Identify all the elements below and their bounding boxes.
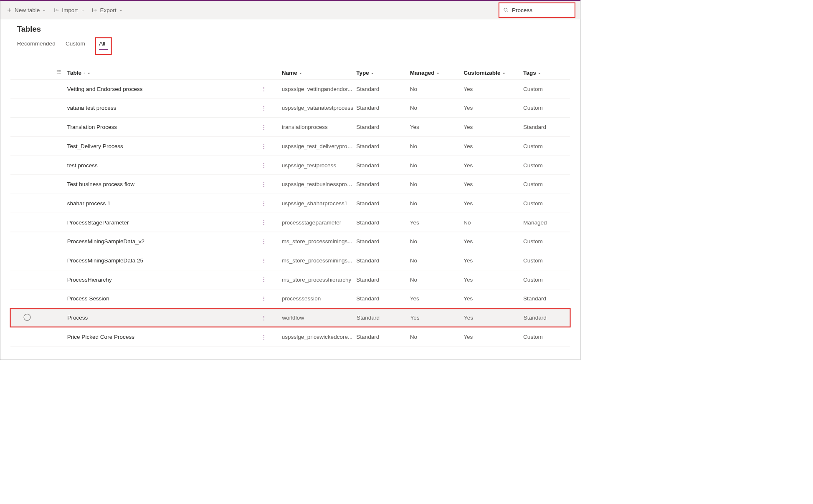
table-row[interactable]: Process⋮workflowStandardYesYesStandard [10, 308, 571, 328]
tables-grid: Table ↓ ⌄ Name ⌄ Type ⌄ Managed ⌄ Custom… [10, 66, 570, 347]
cell-type: Standard [356, 219, 410, 226]
cell-type: Standard [356, 181, 410, 188]
cell-table[interactable]: ProcessStageParameter [67, 219, 261, 226]
table-row[interactable]: ProcessStageParameter⋮processstageparame… [10, 213, 570, 232]
cell-name: ms_store_processminings... [282, 257, 357, 264]
cell-table[interactable]: ProcessMiningSampleData 25 [67, 257, 261, 264]
cell-type: Standard [356, 124, 410, 131]
export-button[interactable]: Export ⌄ [91, 5, 124, 15]
cell-type: Standard [356, 143, 410, 149]
cell-table[interactable]: ProcessMiningSampleData_v2 [67, 238, 261, 245]
search-box[interactable]: ✕ [499, 3, 575, 18]
cell-table[interactable]: shahar process 1 [67, 200, 261, 207]
tab-custom[interactable]: Custom [66, 39, 85, 51]
row-more-menu[interactable]: ⋮ [261, 276, 267, 283]
new-table-button[interactable]: New table ⌄ [5, 5, 47, 15]
cell-tags: Standard [524, 315, 570, 321]
cell-name: processstageparameter [282, 219, 357, 226]
tab-all[interactable]: All [99, 39, 108, 53]
row-more-menu[interactable]: ⋮ [261, 86, 267, 93]
row-more-menu[interactable]: ⋮ [261, 333, 267, 340]
row-more-menu[interactable]: ⋮ [261, 181, 267, 188]
table-row[interactable]: Translation Process⋮translationprocessSt… [10, 118, 570, 137]
cell-managed: No [410, 238, 464, 245]
table-row[interactable]: vatana test process⋮uspsslge_vatanatestp… [10, 98, 570, 118]
row-more-menu[interactable]: ⋮ [261, 257, 267, 264]
row-more-menu[interactable]: ⋮ [261, 219, 267, 226]
row-more-menu[interactable]: ⋮ [261, 295, 267, 302]
cell-table[interactable]: vatana test process [67, 105, 261, 111]
col-header-customizable[interactable]: Customizable ⌄ [463, 69, 523, 76]
cell-table[interactable]: Process Session [67, 295, 261, 302]
cell-table[interactable]: Process [67, 315, 261, 321]
cell-managed: No [410, 200, 464, 207]
tab-recommended[interactable]: Recommended [17, 39, 56, 51]
cell-table[interactable]: Test business process flow [67, 181, 261, 188]
radio-icon [23, 313, 30, 320]
hierarchy-toggle-icon[interactable] [56, 69, 67, 76]
table-row[interactable]: ProcessMiningSampleData 25⋮ms_store_proc… [10, 251, 570, 270]
col-header-table[interactable]: Table ↓ ⌄ [67, 69, 261, 76]
cell-managed: No [410, 86, 464, 92]
cell-customizable: Yes [463, 238, 523, 245]
table-row[interactable]: test process⋮uspsslge_testprocessStandar… [10, 156, 570, 175]
import-button[interactable]: Import ⌄ [52, 5, 85, 15]
row-selector[interactable] [23, 313, 30, 322]
cell-customizable: Yes [463, 86, 523, 92]
grid-header: Table ↓ ⌄ Name ⌄ Type ⌄ Managed ⌄ Custom… [10, 66, 570, 80]
cell-table[interactable]: Price Picked Core Process [67, 333, 261, 340]
tab-all-label: All [99, 40, 105, 47]
cell-tags: Custom [523, 238, 570, 245]
cell-tags: Custom [523, 105, 570, 111]
plus-icon [6, 7, 12, 13]
cell-table[interactable]: Test_Delivery Process [67, 143, 261, 149]
cell-table[interactable]: test process [67, 162, 261, 169]
cell-managed: Yes [410, 219, 464, 226]
row-more-menu[interactable]: ⋮ [261, 161, 267, 169]
export-label: Export [100, 7, 116, 13]
row-more-menu[interactable]: ⋮ [261, 314, 267, 321]
cell-managed: No [410, 181, 464, 188]
cell-customizable: Yes [463, 181, 523, 188]
col-header-type[interactable]: Type ⌄ [356, 69, 410, 76]
row-more-menu[interactable]: ⋮ [261, 143, 267, 150]
cell-table[interactable]: ProcessHierarchy [67, 276, 261, 283]
cell-customizable: Yes [463, 276, 523, 283]
col-header-name[interactable]: Name ⌄ [282, 69, 357, 76]
cell-customizable: No [463, 219, 523, 226]
page-title: Tables [17, 25, 570, 34]
table-row[interactable]: Test_Delivery Process⋮uspsslge_test_deli… [10, 137, 570, 156]
table-row[interactable]: ProcessMiningSampleData_v2⋮ms_store_proc… [10, 232, 570, 251]
table-row[interactable]: Vetting and Endorsed process⋮uspsslge_ve… [10, 80, 570, 99]
col-header-managed[interactable]: Managed ⌄ [410, 69, 464, 76]
cell-type: Standard [356, 333, 410, 340]
tab-all-highlight: All [95, 37, 112, 55]
row-more-menu[interactable]: ⋮ [261, 238, 267, 245]
row-more-menu[interactable]: ⋮ [261, 123, 267, 131]
cell-tags: Standard [523, 295, 570, 302]
cell-customizable: Yes [463, 333, 523, 340]
cell-name: uspsslge_vettingandendor... [282, 86, 357, 92]
cell-managed: Yes [410, 315, 464, 321]
cell-customizable: Yes [464, 315, 524, 321]
table-row[interactable]: Price Picked Core Process⋮uspsslge_price… [10, 328, 570, 347]
table-row[interactable]: Test business process flow⋮uspsslge_test… [10, 175, 570, 194]
chevron-down-icon: ⌄ [43, 8, 46, 12]
cell-tags: Custom [523, 86, 570, 92]
cell-name: uspsslge_vatanatestprocess [282, 105, 357, 111]
cell-table[interactable]: Translation Process [67, 124, 261, 131]
table-row[interactable]: shahar process 1⋮uspsslge_shaharprocess1… [10, 194, 570, 213]
cell-tags: Standard [523, 124, 570, 131]
search-input[interactable] [512, 7, 580, 13]
chevron-down-icon: ⌄ [436, 71, 439, 75]
search-icon [503, 7, 509, 13]
cell-type: Standard [357, 315, 410, 321]
cell-customizable: Yes [463, 162, 523, 169]
row-more-menu[interactable]: ⋮ [261, 104, 267, 111]
row-more-menu[interactable]: ⋮ [261, 200, 267, 207]
table-row[interactable]: ProcessHierarchy⋮ms_store_processhierarc… [10, 270, 570, 290]
cell-table[interactable]: Vetting and Endorsed process [67, 86, 261, 92]
col-header-tags[interactable]: Tags ⌄ [523, 69, 570, 76]
cell-tags: Custom [523, 162, 570, 169]
table-row[interactable]: Process Session⋮processsessionStandardYe… [10, 289, 570, 308]
